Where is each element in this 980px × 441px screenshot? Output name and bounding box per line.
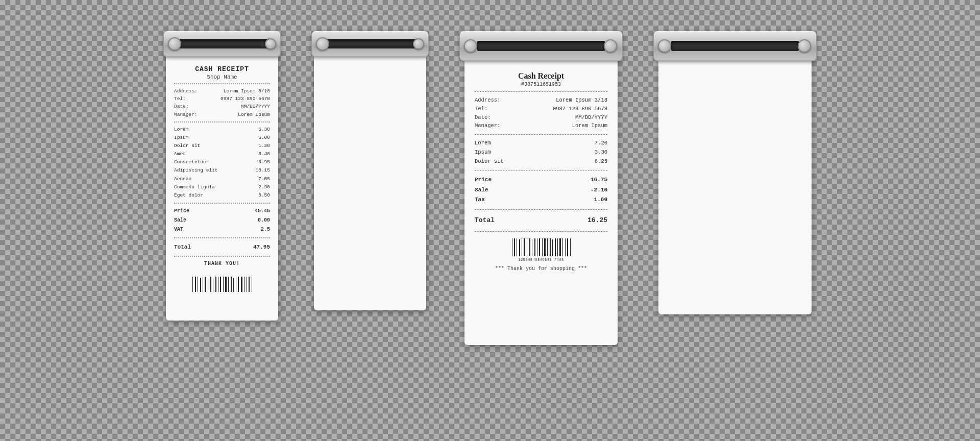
receipt-paper-4: [658, 59, 812, 314]
sep-3-2: [475, 134, 607, 135]
item-8: Commodo ligula2.90: [174, 183, 270, 191]
sep-3-1: [475, 91, 607, 92]
item-1: Lorem6.30: [174, 126, 270, 134]
item-3-2: Ipsum3.30: [475, 148, 607, 157]
receipt-1-shop: Shop Name: [174, 74, 270, 80]
roller-right-2: [413, 38, 424, 50]
item-9: Eget dolor8.50: [174, 191, 270, 200]
sep-1: [174, 83, 270, 84]
item-3-1: Lorem7.20: [475, 139, 607, 148]
info-3-date: Date: MM/DD/YYYY: [475, 113, 607, 122]
printer-head-2: [311, 31, 429, 57]
barcode-3-num: 12554849846548 7465: [475, 258, 607, 262]
thank-you-1: THANK YOU!: [174, 261, 270, 266]
info-3-tel: Tel: 0987 123 890 5678: [475, 105, 607, 113]
receipt-paper-1: CASH RECEIPT Shop Name Address: Lorem Ip…: [166, 55, 278, 321]
printer-head-1: [163, 31, 281, 57]
barcode-3: [475, 236, 607, 256]
sep-3-5: [475, 231, 607, 232]
price-row: Price45.45: [174, 207, 270, 216]
info-tel: Tel: 0987 123 890 5678: [174, 95, 270, 103]
price-3-row: Price16.75: [475, 175, 607, 185]
item-7: Aenean7.05: [174, 175, 270, 183]
sep-3: [174, 203, 270, 204]
receipt-3-title: Cash Receipt: [475, 71, 607, 81]
item-6: Adipiscing elit10.15: [174, 166, 270, 175]
sep-3-4: [475, 209, 607, 210]
sep-5: [174, 256, 270, 257]
roller-right-1: [265, 38, 276, 50]
printer-head-4: [653, 31, 817, 61]
info-3-manager: Manager: Lorem Ipsum: [475, 121, 607, 130]
receipt-3-container: Cash Receipt #387511651953 Address: Lore…: [459, 31, 623, 345]
sale-3-row: Sale-2.10: [475, 185, 607, 195]
receipt-3-number: #387511651953: [475, 82, 607, 87]
info-manager: Manager: Lorem Ipsum: [174, 111, 270, 118]
thank-you-3: *** Thank you for shopping ***: [475, 266, 607, 272]
total-3-row: Total16.25: [475, 214, 607, 227]
receipt-2-container: [311, 31, 429, 310]
receipt-paper-2: [314, 55, 426, 310]
item-2: Ipsum5.00: [174, 134, 270, 142]
item-3: Dolor sit1.20: [174, 142, 270, 150]
sale-row: Sale0.00: [174, 216, 270, 225]
vat-row: VAT2.5: [174, 225, 270, 234]
info-address: Address: Lorem Ipsum 3/18: [174, 87, 270, 95]
receipt-paper-3: Cash Receipt #387511651953 Address: Lore…: [464, 59, 618, 345]
sep-3-3: [475, 170, 607, 171]
sep-2: [174, 121, 270, 122]
item-4: Amet3.40: [174, 150, 270, 158]
roller-right-4: [798, 39, 811, 53]
item-5: Consectetuer0.95: [174, 158, 270, 166]
tax-3-row: Tax1.60: [475, 195, 607, 205]
barcode-1: [174, 272, 270, 292]
receipt-4-container: [653, 31, 817, 314]
info-date: Date: MM/DD/YYYY: [174, 103, 270, 110]
roller-right-3: [604, 39, 617, 53]
printer-head-3: [459, 31, 623, 61]
receipt-1-container: CASH RECEIPT Shop Name Address: Lorem Ip…: [163, 31, 281, 321]
total-row: Total47.95: [174, 241, 270, 253]
item-3-3: Dolor sit6.25: [475, 157, 607, 166]
receipt-1-title: CASH RECEIPT: [174, 65, 270, 73]
info-3-address: Address: Lorem Ipsum 3/18: [475, 96, 607, 105]
sep-4: [174, 237, 270, 238]
